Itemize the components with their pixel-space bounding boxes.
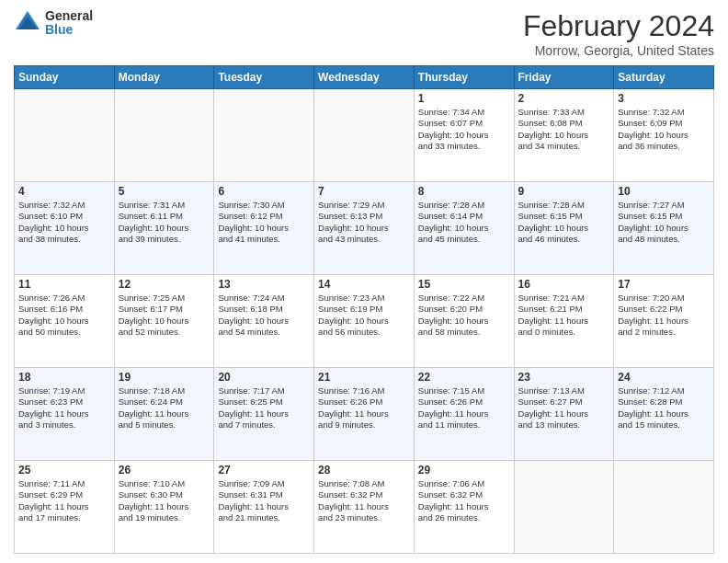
logo-text: General Blue xyxy=(45,9,93,38)
day-number: 26 xyxy=(119,464,210,477)
day-number: 16 xyxy=(518,278,610,291)
calendar-header: SundayMondayTuesdayWednesdayThursdayFrid… xyxy=(15,66,714,89)
day-info: Sunrise: 7:28 AM Sunset: 6:15 PM Dayligh… xyxy=(518,200,610,245)
calendar-cell xyxy=(514,461,614,554)
logo-icon xyxy=(14,9,41,37)
day-number: 23 xyxy=(518,371,610,384)
day-number: 2 xyxy=(518,92,610,105)
calendar-body: 1Sunrise: 7:34 AM Sunset: 6:07 PM Daylig… xyxy=(15,89,714,554)
week-row-2: 11Sunrise: 7:26 AM Sunset: 6:16 PM Dayli… xyxy=(15,275,714,368)
day-info: Sunrise: 7:11 AM Sunset: 6:29 PM Dayligh… xyxy=(18,478,110,523)
calendar-cell: 13Sunrise: 7:24 AM Sunset: 6:18 PM Dayli… xyxy=(214,275,314,368)
calendar-cell: 17Sunrise: 7:20 AM Sunset: 6:22 PM Dayli… xyxy=(614,275,714,368)
calendar-cell: 22Sunrise: 7:15 AM Sunset: 6:26 PM Dayli… xyxy=(414,368,514,461)
day-header-monday: Monday xyxy=(114,66,214,89)
day-header-friday: Friday xyxy=(514,66,614,89)
calendar-cell: 20Sunrise: 7:17 AM Sunset: 6:25 PM Dayli… xyxy=(214,368,314,461)
day-number: 7 xyxy=(318,185,410,198)
logo: General Blue xyxy=(14,9,93,38)
title-block: February 2024 Morrow, Georgia, United St… xyxy=(523,9,714,58)
day-number: 17 xyxy=(618,278,710,291)
calendar-cell: 14Sunrise: 7:23 AM Sunset: 6:19 PM Dayli… xyxy=(314,275,415,368)
calendar-cell: 8Sunrise: 7:28 AM Sunset: 6:14 PM Daylig… xyxy=(414,182,514,275)
day-number: 24 xyxy=(618,371,710,384)
day-info: Sunrise: 7:15 AM Sunset: 6:26 PM Dayligh… xyxy=(418,385,510,431)
day-header-wednesday: Wednesday xyxy=(314,66,415,89)
day-info: Sunrise: 7:17 AM Sunset: 6:25 PM Dayligh… xyxy=(218,385,310,431)
page: General Blue February 2024 Morrow, Georg… xyxy=(0,0,728,563)
week-row-3: 18Sunrise: 7:19 AM Sunset: 6:23 PM Dayli… xyxy=(15,368,714,461)
day-number: 1 xyxy=(418,92,510,105)
day-info: Sunrise: 7:09 AM Sunset: 6:31 PM Dayligh… xyxy=(218,478,310,523)
calendar-cell: 11Sunrise: 7:26 AM Sunset: 6:16 PM Dayli… xyxy=(15,275,115,368)
day-info: Sunrise: 7:31 AM Sunset: 6:11 PM Dayligh… xyxy=(119,200,210,245)
day-header-sunday: Sunday xyxy=(15,66,115,89)
day-number: 11 xyxy=(18,278,110,291)
day-number: 28 xyxy=(318,464,410,477)
calendar-cell xyxy=(314,89,415,182)
calendar-cell: 16Sunrise: 7:21 AM Sunset: 6:21 PM Dayli… xyxy=(514,275,614,368)
calendar-cell: 1Sunrise: 7:34 AM Sunset: 6:07 PM Daylig… xyxy=(414,89,514,182)
day-number: 3 xyxy=(618,92,710,105)
day-number: 21 xyxy=(318,371,410,384)
calendar-cell: 9Sunrise: 7:28 AM Sunset: 6:15 PM Daylig… xyxy=(514,182,614,275)
day-info: Sunrise: 7:06 AM Sunset: 6:32 PM Dayligh… xyxy=(418,478,510,523)
header-row: SundayMondayTuesdayWednesdayThursdayFrid… xyxy=(15,66,714,89)
calendar-cell: 21Sunrise: 7:16 AM Sunset: 6:26 PM Dayli… xyxy=(314,368,415,461)
calendar-cell: 10Sunrise: 7:27 AM Sunset: 6:15 PM Dayli… xyxy=(614,182,714,275)
day-number: 13 xyxy=(218,278,310,291)
location: Morrow, Georgia, United States xyxy=(523,43,714,58)
calendar-cell xyxy=(614,461,714,554)
day-info: Sunrise: 7:22 AM Sunset: 6:20 PM Dayligh… xyxy=(418,293,510,338)
calendar: SundayMondayTuesdayWednesdayThursdayFrid… xyxy=(14,65,714,554)
day-info: Sunrise: 7:16 AM Sunset: 6:26 PM Dayligh… xyxy=(318,385,410,431)
day-header-tuesday: Tuesday xyxy=(214,66,314,89)
day-number: 19 xyxy=(119,371,210,384)
calendar-cell: 6Sunrise: 7:30 AM Sunset: 6:12 PM Daylig… xyxy=(214,182,314,275)
day-info: Sunrise: 7:30 AM Sunset: 6:12 PM Dayligh… xyxy=(218,200,310,245)
day-info: Sunrise: 7:18 AM Sunset: 6:24 PM Dayligh… xyxy=(119,385,210,431)
calendar-cell: 23Sunrise: 7:13 AM Sunset: 6:27 PM Dayli… xyxy=(514,368,614,461)
week-row-0: 1Sunrise: 7:34 AM Sunset: 6:07 PM Daylig… xyxy=(15,89,714,182)
calendar-cell: 12Sunrise: 7:25 AM Sunset: 6:17 PM Dayli… xyxy=(114,275,214,368)
calendar-cell xyxy=(214,89,314,182)
week-row-4: 25Sunrise: 7:11 AM Sunset: 6:29 PM Dayli… xyxy=(15,461,714,554)
day-number: 20 xyxy=(218,371,310,384)
calendar-cell: 25Sunrise: 7:11 AM Sunset: 6:29 PM Dayli… xyxy=(15,461,115,554)
calendar-cell: 26Sunrise: 7:10 AM Sunset: 6:30 PM Dayli… xyxy=(114,461,214,554)
day-number: 8 xyxy=(418,185,510,198)
calendar-cell: 18Sunrise: 7:19 AM Sunset: 6:23 PM Dayli… xyxy=(15,368,115,461)
day-number: 27 xyxy=(218,464,310,477)
day-number: 18 xyxy=(18,371,110,384)
day-number: 14 xyxy=(318,278,410,291)
day-number: 5 xyxy=(119,185,210,198)
day-info: Sunrise: 7:28 AM Sunset: 6:14 PM Dayligh… xyxy=(418,200,510,245)
day-header-thursday: Thursday xyxy=(414,66,514,89)
day-info: Sunrise: 7:24 AM Sunset: 6:18 PM Dayligh… xyxy=(218,293,310,338)
day-info: Sunrise: 7:19 AM Sunset: 6:23 PM Dayligh… xyxy=(18,385,110,431)
day-info: Sunrise: 7:25 AM Sunset: 6:17 PM Dayligh… xyxy=(119,293,210,338)
day-number: 29 xyxy=(418,464,510,477)
header: General Blue February 2024 Morrow, Georg… xyxy=(14,9,714,58)
logo-general: General xyxy=(45,9,93,23)
day-number: 10 xyxy=(618,185,710,198)
day-header-saturday: Saturday xyxy=(614,66,714,89)
day-info: Sunrise: 7:32 AM Sunset: 6:09 PM Dayligh… xyxy=(618,107,710,152)
day-info: Sunrise: 7:34 AM Sunset: 6:07 PM Dayligh… xyxy=(418,107,510,152)
calendar-cell: 28Sunrise: 7:08 AM Sunset: 6:32 PM Dayli… xyxy=(314,461,415,554)
day-number: 4 xyxy=(18,185,110,198)
calendar-cell xyxy=(114,89,214,182)
calendar-cell: 5Sunrise: 7:31 AM Sunset: 6:11 PM Daylig… xyxy=(114,182,214,275)
day-info: Sunrise: 7:08 AM Sunset: 6:32 PM Dayligh… xyxy=(318,478,410,523)
calendar-cell: 19Sunrise: 7:18 AM Sunset: 6:24 PM Dayli… xyxy=(114,368,214,461)
day-info: Sunrise: 7:23 AM Sunset: 6:19 PM Dayligh… xyxy=(318,293,410,338)
day-number: 15 xyxy=(418,278,510,291)
day-info: Sunrise: 7:33 AM Sunset: 6:08 PM Dayligh… xyxy=(518,107,610,152)
day-info: Sunrise: 7:32 AM Sunset: 6:10 PM Dayligh… xyxy=(18,200,110,245)
calendar-cell xyxy=(15,89,115,182)
calendar-cell: 27Sunrise: 7:09 AM Sunset: 6:31 PM Dayli… xyxy=(214,461,314,554)
day-info: Sunrise: 7:26 AM Sunset: 6:16 PM Dayligh… xyxy=(18,293,110,338)
calendar-cell: 2Sunrise: 7:33 AM Sunset: 6:08 PM Daylig… xyxy=(514,89,614,182)
day-info: Sunrise: 7:29 AM Sunset: 6:13 PM Dayligh… xyxy=(318,200,410,245)
day-number: 25 xyxy=(18,464,110,477)
